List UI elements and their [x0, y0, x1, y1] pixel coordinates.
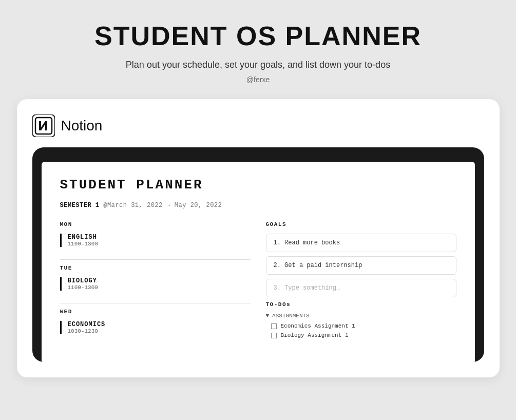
goal-item-2: 2. Get a paid internship	[266, 256, 456, 275]
semester-date: @March 31, 2022 → May 20, 2022	[103, 202, 222, 209]
page-handle: @ferxe	[246, 75, 270, 84]
page-title: STUDENT OS PLANNER	[94, 21, 422, 51]
assignments-toggle-icon: ▼	[266, 313, 270, 319]
time-mon: 1100-1300	[68, 241, 251, 247]
goal-3-text: Type something…	[284, 284, 340, 292]
semester-row: SEMESTER 1 @March 31, 2022 → May 20, 202…	[60, 202, 456, 209]
goal-item-1: 1. Read more books	[266, 234, 456, 252]
assignments-label: ASSIGNMENTS	[272, 313, 310, 319]
todo-2-text: Biology Assignment 1	[281, 332, 349, 338]
time-tue: 1100-1300	[68, 284, 251, 291]
subject-tue: BIOLOGY	[68, 277, 251, 284]
semester-label: SEMESTER 1	[60, 202, 100, 209]
schedule-item-mon: ENGLISH 1100-1300	[60, 234, 251, 247]
notion-logo-icon	[32, 114, 55, 137]
goal-1-text: Read more books	[284, 239, 340, 246]
content-grid: MON ENGLISH 1100-1300 TUE BIOLOGY 1100-1…	[60, 221, 456, 347]
schedule-item-wed: ECONOMICS 1030-1230	[60, 321, 251, 334]
goal-3-num: 3.	[274, 284, 285, 292]
todo-1-text: Economics Assignment 1	[281, 323, 355, 329]
schedule-item-tue: BIOLOGY 1100-1300	[60, 277, 251, 291]
page-subtitle: Plan out your schedule, set your goals, …	[126, 60, 390, 70]
tablet-screen: STUDENT PLANNER SEMESTER 1 @March 31, 20…	[42, 162, 475, 362]
todos-section: TO-DOs ▼ ASSIGNMENTS Economics Assignmen…	[266, 301, 456, 338]
tablet-mockup: STUDENT PLANNER SEMESTER 1 @March 31, 20…	[32, 147, 484, 362]
notion-brand: Notion	[32, 114, 484, 137]
todo-item-2: Biology Assignment 1	[266, 332, 456, 338]
schedule-column: MON ENGLISH 1100-1300 TUE BIOLOGY 1100-1…	[60, 221, 251, 347]
todo-item-1: Economics Assignment 1	[266, 323, 456, 329]
goals-todos-column: GOALS 1. Read more books 2. Get a paid i…	[266, 221, 456, 347]
assignments-group: ▼ ASSIGNMENTS	[266, 313, 456, 319]
subject-mon: ENGLISH	[68, 234, 251, 241]
mon-label: MON	[60, 221, 251, 227]
notion-brand-label: Notion	[61, 118, 103, 134]
goal-2-num: 2.	[274, 262, 285, 269]
todos-label: TO-DOs	[266, 301, 456, 308]
goal-item-3[interactable]: 3. Type something…	[266, 279, 456, 297]
checkbox-1[interactable]	[271, 323, 277, 329]
tue-label: TUE	[60, 265, 251, 271]
planner-title: STUDENT PLANNER	[60, 177, 456, 193]
goal-1-num: 1.	[274, 239, 285, 246]
subject-wed: ECONOMICS	[68, 321, 251, 328]
main-card: Notion STUDENT PLANNER SEMESTER 1 @March…	[17, 99, 500, 377]
goal-2-text: Get a paid internship	[284, 262, 362, 269]
time-wed: 1030-1230	[68, 328, 251, 334]
goals-label: GOALS	[266, 221, 456, 227]
wed-label: WED	[60, 309, 251, 315]
checkbox-2[interactable]	[271, 333, 277, 338]
